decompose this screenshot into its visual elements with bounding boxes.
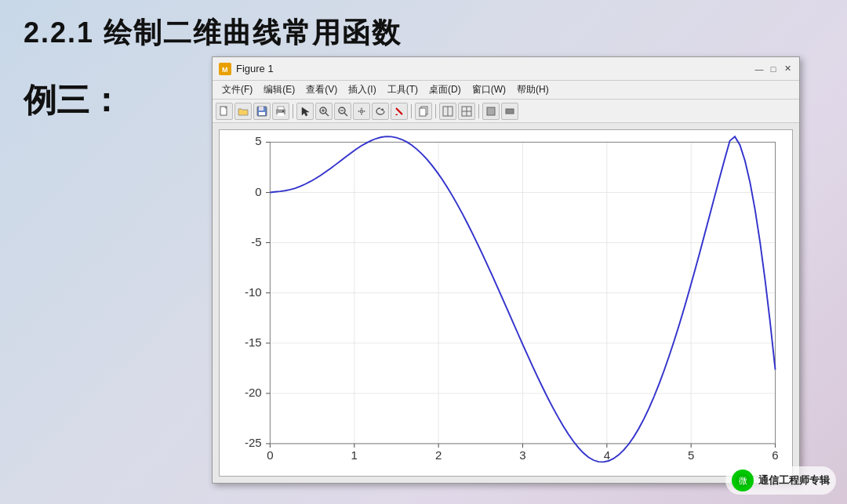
toolbar [213,100,799,123]
toolbar-print[interactable] [272,103,289,120]
figure-title: Figure 1 [236,63,274,74]
menu-help[interactable]: 帮助(H) [512,82,554,98]
svg-text:M: M [222,66,228,74]
toolbar-separator-3 [435,104,436,118]
toolbar-copy[interactable] [415,103,432,120]
svg-line-11 [325,113,329,116]
svg-text:-25: -25 [245,437,262,449]
svg-text:5: 5 [255,136,261,148]
svg-rect-27 [506,109,514,114]
menu-file[interactable]: 文件(F) [217,82,257,98]
svg-point-17 [360,110,363,113]
menu-tools[interactable]: 工具(T) [383,82,423,98]
toolbar-zoom-in[interactable] [315,103,333,120]
menu-view[interactable]: 查看(V) [301,82,342,98]
menu-desktop[interactable]: 桌面(D) [424,82,466,98]
toolbar-new[interactable] [216,103,233,120]
svg-line-15 [344,113,347,116]
toolbar-open[interactable] [234,103,252,120]
maximize-button[interactable]: □ [768,63,779,74]
svg-text:3: 3 [519,450,525,462]
example-label: 例三： [24,78,122,122]
svg-rect-8 [278,113,284,116]
toolbar-square1[interactable] [482,103,500,120]
toolbar-pan[interactable] [353,103,370,120]
watermark-icon: 微 [732,470,754,491]
title-bar-left: M Figure 1 [219,63,274,75]
watermark: 微 通信工程师专辑 [725,466,836,495]
matlab-icon: M [219,63,231,75]
menu-bar: 文件(F) 编辑(E) 查看(V) 插入(I) 工具(T) 桌面(D) 窗口(W… [213,81,799,100]
toolbar-select[interactable] [296,103,314,120]
svg-text:0: 0 [267,450,273,462]
minimize-button[interactable]: — [754,63,765,74]
svg-rect-20 [420,108,426,116]
svg-text:2: 2 [435,450,442,462]
menu-edit[interactable]: 编辑(E) [259,82,300,98]
svg-text:-15: -15 [245,336,262,349]
svg-rect-4 [259,107,264,111]
title-bar-controls[interactable]: — □ ✕ [754,63,793,74]
toolbar-layout1[interactable] [439,103,456,120]
plot-area: 5 0 -5 -10 -15 -20 -25 [219,129,793,477]
toolbar-zoom-out[interactable] [334,103,351,120]
toolbar-separator-2 [411,104,412,118]
svg-text:5: 5 [688,450,694,462]
toolbar-separator-1 [293,104,293,118]
menu-window[interactable]: 窗口(W) [467,82,511,98]
svg-point-9 [282,111,284,112]
svg-text:微: 微 [739,476,747,485]
toolbar-brush[interactable] [391,103,408,120]
title-bar: M Figure 1 — □ ✕ [213,57,799,81]
toolbar-save[interactable] [253,103,271,120]
toolbar-rotate[interactable] [372,103,389,120]
toolbar-layout2[interactable] [458,103,475,120]
toolbar-separator-4 [478,104,479,118]
svg-text:-10: -10 [245,286,262,299]
svg-text:-20: -20 [245,386,262,399]
svg-text:0: 0 [255,186,261,198]
svg-line-18 [396,108,402,114]
svg-text:1: 1 [351,450,358,462]
svg-rect-26 [487,107,495,115]
toolbar-square2[interactable] [501,103,518,120]
page-title: 2.2.1 绘制二维曲线常用函数 [24,14,402,53]
svg-rect-5 [259,112,265,115]
watermark-text: 通信工程师专辑 [758,473,830,488]
svg-text:-5: -5 [251,236,261,248]
figure-window: M Figure 1 — □ ✕ 文件(F) 编辑(E) 查看(V) 插入(I)… [212,56,800,484]
chart-svg: 5 0 -5 -10 -15 -20 -25 [220,130,792,476]
menu-insert[interactable]: 插入(I) [344,82,380,98]
close-button[interactable]: ✕ [782,63,793,74]
svg-rect-7 [278,107,284,110]
svg-text:6: 6 [772,450,778,462]
plot-container: 5 0 -5 -10 -15 -20 -25 [213,123,799,483]
